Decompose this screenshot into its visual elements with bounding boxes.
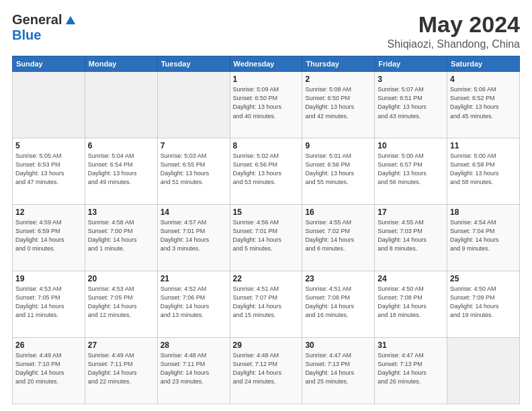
month-title: May 2024	[388, 12, 520, 37]
day-info: Sunrise: 5:03 AM Sunset: 6:55 PM Dayligh…	[161, 152, 227, 187]
day-info: Sunrise: 4:50 AM Sunset: 7:09 PM Dayligh…	[450, 285, 517, 320]
day-number: 19	[15, 274, 82, 283]
calendar-week-4: 26Sunrise: 4:49 AM Sunset: 7:10 PM Dayli…	[13, 338, 520, 404]
col-sunday: Sunday	[13, 56, 85, 72]
day-number: 13	[88, 208, 154, 217]
day-number: 2	[305, 75, 371, 84]
calendar-cell	[447, 338, 520, 404]
calendar-cell: 27Sunrise: 4:49 AM Sunset: 7:11 PM Dayli…	[85, 338, 157, 404]
calendar-cell	[13, 72, 85, 138]
day-info: Sunrise: 4:53 AM Sunset: 7:05 PM Dayligh…	[88, 285, 154, 320]
calendar-cell: 11Sunrise: 5:00 AM Sunset: 6:58 PM Dayli…	[447, 138, 520, 205]
calendar-cell: 24Sunrise: 4:50 AM Sunset: 7:08 PM Dayli…	[375, 271, 447, 338]
day-number: 21	[161, 274, 227, 283]
calendar-cell: 20Sunrise: 4:53 AM Sunset: 7:05 PM Dayli…	[85, 271, 157, 338]
logo-icon	[64, 14, 77, 26]
day-info: Sunrise: 5:04 AM Sunset: 6:54 PM Dayligh…	[88, 152, 154, 187]
day-number: 4	[450, 75, 517, 84]
day-number: 18	[450, 208, 517, 217]
day-info: Sunrise: 5:07 AM Sunset: 6:51 PM Dayligh…	[378, 85, 444, 120]
day-info: Sunrise: 5:05 AM Sunset: 6:53 PM Dayligh…	[15, 152, 82, 187]
day-number: 3	[378, 75, 444, 84]
day-info: Sunrise: 4:47 AM Sunset: 7:13 PM Dayligh…	[378, 351, 444, 386]
calendar-cell: 19Sunrise: 4:53 AM Sunset: 7:05 PM Dayli…	[13, 271, 85, 338]
calendar-cell: 25Sunrise: 4:50 AM Sunset: 7:09 PM Dayli…	[447, 271, 520, 338]
logo: General Blue	[12, 12, 77, 43]
calendar-cell: 3Sunrise: 5:07 AM Sunset: 6:51 PM Daylig…	[375, 72, 447, 138]
header: General Blue May 2024 Shiqiaozi, Shandon…	[12, 12, 520, 50]
day-info: Sunrise: 4:52 AM Sunset: 7:06 PM Dayligh…	[161, 285, 227, 320]
calendar-cell: 29Sunrise: 4:48 AM Sunset: 7:12 PM Dayli…	[230, 338, 302, 404]
day-info: Sunrise: 4:47 AM Sunset: 7:13 PM Dayligh…	[305, 351, 371, 386]
day-info: Sunrise: 5:01 AM Sunset: 6:56 PM Dayligh…	[305, 152, 371, 187]
day-info: Sunrise: 4:51 AM Sunset: 7:08 PM Dayligh…	[305, 285, 371, 320]
calendar-week-1: 5Sunrise: 5:05 AM Sunset: 6:53 PM Daylig…	[13, 138, 520, 205]
day-info: Sunrise: 4:50 AM Sunset: 7:08 PM Dayligh…	[378, 285, 444, 320]
col-tuesday: Tuesday	[157, 56, 230, 72]
calendar-cell: 1Sunrise: 5:09 AM Sunset: 6:50 PM Daylig…	[230, 72, 302, 138]
calendar-cell: 7Sunrise: 5:03 AM Sunset: 6:55 PM Daylig…	[157, 138, 230, 205]
calendar-cell: 8Sunrise: 5:02 AM Sunset: 6:56 PM Daylig…	[230, 138, 302, 205]
col-thursday: Thursday	[302, 56, 375, 72]
day-number: 28	[161, 340, 227, 350]
day-number: 12	[15, 208, 82, 217]
calendar-cell: 16Sunrise: 4:55 AM Sunset: 7:02 PM Dayli…	[302, 205, 375, 271]
calendar-cell: 17Sunrise: 4:55 AM Sunset: 7:03 PM Dayli…	[375, 205, 447, 271]
day-info: Sunrise: 4:59 AM Sunset: 6:59 PM Dayligh…	[15, 218, 82, 253]
calendar-table: Sunday Monday Tuesday Wednesday Thursday…	[12, 56, 520, 404]
day-info: Sunrise: 5:02 AM Sunset: 6:56 PM Dayligh…	[233, 152, 300, 187]
day-info: Sunrise: 4:49 AM Sunset: 7:11 PM Dayligh…	[88, 351, 154, 386]
calendar-cell: 21Sunrise: 4:52 AM Sunset: 7:06 PM Dayli…	[157, 271, 230, 338]
calendar-cell: 31Sunrise: 4:47 AM Sunset: 7:13 PM Dayli…	[375, 338, 447, 404]
calendar-header-row: Sunday Monday Tuesday Wednesday Thursday…	[13, 56, 520, 72]
calendar-cell: 23Sunrise: 4:51 AM Sunset: 7:08 PM Dayli…	[302, 271, 375, 338]
day-info: Sunrise: 4:49 AM Sunset: 7:10 PM Dayligh…	[15, 351, 82, 386]
day-number: 20	[88, 274, 154, 283]
day-number: 14	[161, 208, 227, 217]
day-number: 8	[233, 141, 300, 150]
day-info: Sunrise: 4:55 AM Sunset: 7:02 PM Dayligh…	[305, 218, 371, 253]
col-saturday: Saturday	[447, 56, 520, 72]
col-friday: Friday	[375, 56, 447, 72]
calendar-cell: 22Sunrise: 4:51 AM Sunset: 7:07 PM Dayli…	[230, 271, 302, 338]
day-info: Sunrise: 5:08 AM Sunset: 6:50 PM Dayligh…	[305, 85, 371, 120]
col-wednesday: Wednesday	[230, 56, 302, 72]
calendar-cell: 9Sunrise: 5:01 AM Sunset: 6:56 PM Daylig…	[302, 138, 375, 205]
day-number: 1	[233, 75, 300, 84]
calendar-cell: 15Sunrise: 4:56 AM Sunset: 7:01 PM Dayli…	[230, 205, 302, 271]
calendar-week-3: 19Sunrise: 4:53 AM Sunset: 7:05 PM Dayli…	[13, 271, 520, 338]
day-number: 11	[450, 141, 517, 150]
title-block: May 2024 Shiqiaozi, Shandong, China	[388, 12, 520, 50]
day-number: 10	[378, 141, 444, 150]
day-info: Sunrise: 4:54 AM Sunset: 7:04 PM Dayligh…	[450, 218, 517, 253]
day-info: Sunrise: 5:00 AM Sunset: 6:57 PM Dayligh…	[378, 152, 444, 187]
calendar-cell: 28Sunrise: 4:48 AM Sunset: 7:11 PM Dayli…	[157, 338, 230, 404]
day-number: 30	[305, 340, 371, 350]
day-info: Sunrise: 4:56 AM Sunset: 7:01 PM Dayligh…	[233, 218, 300, 253]
day-info: Sunrise: 4:48 AM Sunset: 7:12 PM Dayligh…	[233, 351, 300, 386]
day-number: 15	[233, 208, 300, 217]
day-info: Sunrise: 5:06 AM Sunset: 6:52 PM Dayligh…	[450, 85, 517, 120]
calendar-cell: 4Sunrise: 5:06 AM Sunset: 6:52 PM Daylig…	[447, 72, 520, 138]
day-number: 27	[88, 340, 154, 350]
calendar-cell: 14Sunrise: 4:57 AM Sunset: 7:01 PM Dayli…	[157, 205, 230, 271]
day-info: Sunrise: 4:53 AM Sunset: 7:05 PM Dayligh…	[15, 285, 82, 320]
calendar-cell: 6Sunrise: 5:04 AM Sunset: 6:54 PM Daylig…	[85, 138, 157, 205]
calendar-cell: 13Sunrise: 4:58 AM Sunset: 7:00 PM Dayli…	[85, 205, 157, 271]
calendar-cell: 5Sunrise: 5:05 AM Sunset: 6:53 PM Daylig…	[13, 138, 85, 205]
logo-general-text: General	[12, 12, 62, 28]
day-info: Sunrise: 4:48 AM Sunset: 7:11 PM Dayligh…	[161, 351, 227, 386]
calendar-week-0: 1Sunrise: 5:09 AM Sunset: 6:50 PM Daylig…	[13, 72, 520, 138]
location-title: Shiqiaozi, Shandong, China	[388, 38, 520, 50]
day-info: Sunrise: 4:58 AM Sunset: 7:00 PM Dayligh…	[88, 218, 154, 253]
day-number: 16	[305, 208, 371, 217]
page: General Blue May 2024 Shiqiaozi, Shandon…	[0, 0, 532, 411]
day-number: 23	[305, 274, 371, 283]
day-number: 9	[305, 141, 371, 150]
calendar-cell: 10Sunrise: 5:00 AM Sunset: 6:57 PM Dayli…	[375, 138, 447, 205]
day-number: 24	[378, 274, 444, 283]
day-number: 25	[450, 274, 517, 283]
calendar-cell	[157, 72, 230, 138]
day-info: Sunrise: 5:00 AM Sunset: 6:58 PM Dayligh…	[450, 152, 517, 187]
day-info: Sunrise: 5:09 AM Sunset: 6:50 PM Dayligh…	[233, 85, 300, 120]
